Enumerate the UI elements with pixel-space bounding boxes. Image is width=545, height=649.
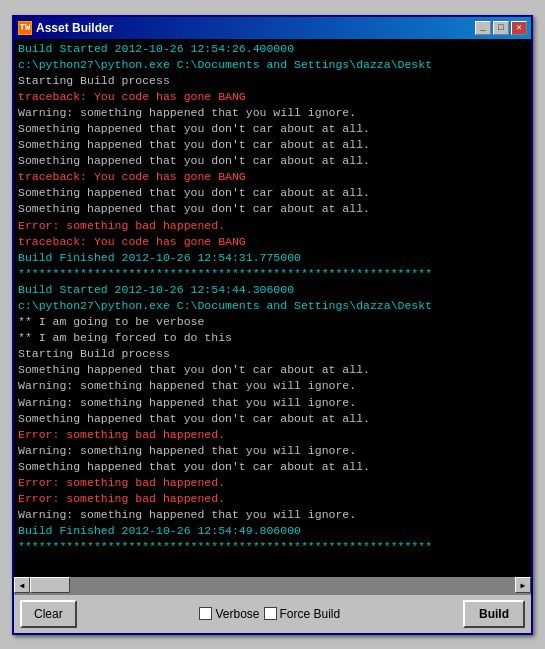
log-line: traceback: You code has gone BANG xyxy=(18,89,527,105)
window-title: Asset Builder xyxy=(36,21,113,35)
force-build-checkbox-label[interactable]: Force Build xyxy=(264,607,341,621)
log-line: ** I am being forced to do this xyxy=(18,330,527,346)
log-line: ****************************************… xyxy=(18,539,527,555)
footer-bar: Clear Verbose Force Build Build xyxy=(14,593,531,633)
app-icon: TW xyxy=(18,21,32,35)
verbose-checkbox[interactable] xyxy=(199,607,212,620)
log-line: Warning: something happened that you wil… xyxy=(18,395,527,411)
log-line: Starting Build process xyxy=(18,346,527,362)
log-line: Something happened that you don't car ab… xyxy=(18,137,527,153)
force-build-label: Force Build xyxy=(280,607,341,621)
log-line: Build Started 2012-10-26 12:54:44.306000 xyxy=(18,282,527,298)
log-line: Something happened that you don't car ab… xyxy=(18,153,527,169)
log-line: Something happened that you don't car ab… xyxy=(18,201,527,217)
log-line: Build Finished 2012-10-26 12:54:49.80600… xyxy=(18,523,527,539)
log-line: ****************************************… xyxy=(18,266,527,282)
scroll-thumb[interactable] xyxy=(30,577,70,593)
log-line: Build Finished 2012-10-26 12:54:31.77500… xyxy=(18,250,527,266)
minimize-button[interactable]: _ xyxy=(475,21,491,35)
log-line: Build Started 2012-10-26 12:54:26.400000 xyxy=(18,41,527,57)
log-line: traceback: You code has gone BANG xyxy=(18,234,527,250)
log-line: c:\python27\python.exe C:\Documents and … xyxy=(18,57,527,73)
log-line: Something happened that you don't car ab… xyxy=(18,121,527,137)
maximize-button[interactable]: □ xyxy=(493,21,509,35)
log-line: Something happened that you don't car ab… xyxy=(18,411,527,427)
close-button[interactable]: ✕ xyxy=(511,21,527,35)
log-line: Warning: something happened that you wil… xyxy=(18,105,527,121)
title-buttons: _ □ ✕ xyxy=(475,21,527,35)
build-button[interactable]: Build xyxy=(463,600,525,628)
scroll-left-button[interactable]: ◀ xyxy=(14,577,30,593)
log-line: traceback: You code has gone BANG xyxy=(18,169,527,185)
verbose-label: Verbose xyxy=(215,607,259,621)
log-line: Warning: something happened that you wil… xyxy=(18,507,527,523)
log-line: Something happened that you don't car ab… xyxy=(18,362,527,378)
scroll-track[interactable] xyxy=(30,577,515,593)
log-output: Build Started 2012-10-26 12:54:26.400000… xyxy=(14,39,531,577)
log-line: Starting Build process xyxy=(18,73,527,89)
title-bar: TW Asset Builder _ □ ✕ xyxy=(14,17,531,39)
log-line: Warning: something happened that you wil… xyxy=(18,378,527,394)
main-window: TW Asset Builder _ □ ✕ Build Started 201… xyxy=(12,15,533,635)
log-line: c:\python27\python.exe C:\Documents and … xyxy=(18,298,527,314)
log-line: Warning: something happened that you wil… xyxy=(18,443,527,459)
log-line: Something happened that you don't car ab… xyxy=(18,185,527,201)
title-bar-left: TW Asset Builder xyxy=(18,21,113,35)
force-build-checkbox[interactable] xyxy=(264,607,277,620)
log-line: Error: something bad happened. xyxy=(18,427,527,443)
log-line: Error: something bad happened. xyxy=(18,475,527,491)
log-line: Something happened that you don't car ab… xyxy=(18,459,527,475)
log-line: ** I am going to be verbose xyxy=(18,314,527,330)
options-group: Verbose Force Build xyxy=(199,607,340,621)
log-line: Error: something bad happened. xyxy=(18,491,527,507)
scroll-right-button[interactable]: ▶ xyxy=(515,577,531,593)
verbose-checkbox-label[interactable]: Verbose xyxy=(199,607,259,621)
clear-button[interactable]: Clear xyxy=(20,600,77,628)
horizontal-scrollbar[interactable]: ◀ ▶ xyxy=(14,577,531,593)
log-line: Error: something bad happened. xyxy=(18,218,527,234)
